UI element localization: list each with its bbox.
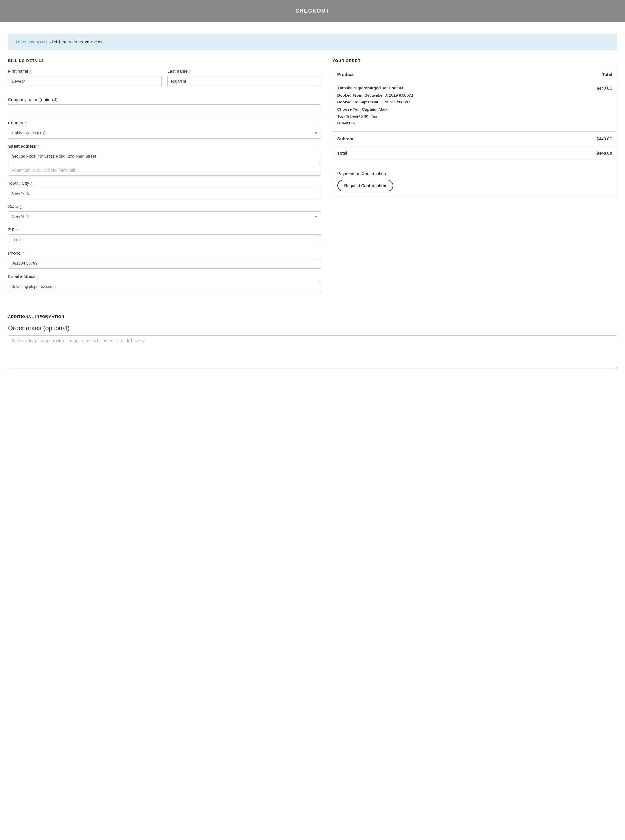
street-address2-input[interactable] bbox=[8, 165, 321, 176]
product-price-cell: $440.00 bbox=[552, 81, 617, 132]
total-label: Total bbox=[333, 146, 552, 161]
billing-title: BILLING DETAILS bbox=[8, 59, 321, 63]
country-label: Country * bbox=[8, 120, 321, 125]
page-title: CHECKOUT bbox=[0, 8, 625, 14]
zip-input[interactable] bbox=[8, 234, 321, 245]
state-group: State * New York bbox=[8, 204, 321, 222]
total-value: $440.00 bbox=[552, 146, 617, 161]
phone-group: Phone * bbox=[8, 251, 321, 269]
state-required: * bbox=[20, 205, 21, 209]
last-name-group: Last name * bbox=[168, 69, 321, 87]
state-label: State * bbox=[8, 204, 321, 209]
coupon-banner: Have a coupon? Click here to enter your … bbox=[8, 34, 617, 50]
order-table: Product Total Yamaha Supercharged Jet Bo… bbox=[333, 67, 617, 161]
order-notes-textarea[interactable] bbox=[8, 335, 617, 370]
company-name-group: Company name (optional) bbox=[8, 97, 321, 115]
phone-required: * bbox=[22, 251, 24, 256]
zip-group: ZIP * bbox=[8, 227, 321, 245]
name-row: First name * Last name * bbox=[8, 69, 321, 92]
subtotal-value: $440.00 bbox=[552, 132, 617, 146]
town-group: Town / City * bbox=[8, 181, 321, 199]
product-detail: Booked From: September 3, 2019 8:00 AM B… bbox=[337, 92, 548, 127]
main-content: BILLING DETAILS First name * Last name *… bbox=[0, 59, 625, 315]
billing-section: BILLING DETAILS First name * Last name *… bbox=[8, 59, 321, 297]
page-header: CHECKOUT bbox=[0, 0, 625, 22]
coupon-link[interactable]: Have a coupon? bbox=[16, 39, 47, 44]
product-name: Yamaha Supercharged Jet Boat ×1 bbox=[337, 86, 548, 90]
additional-title: ADDITIONAL INFORMATION bbox=[8, 315, 617, 319]
order-table-header: Product Total bbox=[333, 68, 617, 81]
product-col-header: Product bbox=[333, 68, 552, 81]
product-row: Yamaha Supercharged Jet Boat ×1 Booked F… bbox=[333, 81, 617, 132]
first-name-required: * bbox=[30, 69, 32, 73]
product-qty: ×1 bbox=[399, 86, 404, 90]
first-name-label: First name * bbox=[8, 69, 162, 73]
total-row: Total $440.00 bbox=[333, 146, 617, 161]
town-label: Town / City * bbox=[8, 181, 321, 185]
country-required: * bbox=[25, 121, 26, 125]
subtotal-label: Subtotal bbox=[333, 132, 552, 146]
country-group: Country * United States (US) bbox=[8, 120, 321, 139]
zip-required: * bbox=[16, 228, 18, 232]
product-details-cell: Yamaha Supercharged Jet Boat ×1 Booked F… bbox=[333, 81, 552, 132]
email-group: Email address * bbox=[8, 274, 321, 292]
email-input[interactable] bbox=[8, 281, 321, 292]
state-select[interactable]: New York bbox=[8, 211, 321, 222]
country-select[interactable]: United States (US) bbox=[8, 128, 321, 139]
subtotal-row: Subtotal $440.00 bbox=[333, 132, 617, 146]
order-title: YOUR ORDER bbox=[333, 59, 617, 63]
total-col-header: Total bbox=[552, 68, 617, 81]
coupon-text: Click here to enter your code bbox=[47, 39, 104, 44]
last-name-required: * bbox=[189, 69, 191, 73]
first-name-group: First name * bbox=[8, 69, 162, 87]
street-address-input[interactable] bbox=[8, 151, 321, 162]
street-address-label: Street address * bbox=[8, 144, 321, 148]
town-input[interactable] bbox=[8, 188, 321, 199]
email-label: Email address * bbox=[8, 274, 321, 279]
company-name-input[interactable] bbox=[8, 104, 321, 115]
phone-label: Phone * bbox=[8, 251, 321, 256]
first-name-input[interactable] bbox=[8, 76, 162, 87]
phone-input[interactable] bbox=[8, 258, 321, 269]
order-section: YOUR ORDER Product Total Yamaha Supercha… bbox=[333, 59, 617, 297]
last-name-label: Last name * bbox=[168, 69, 321, 73]
zip-label: ZIP * bbox=[8, 227, 321, 232]
email-required: * bbox=[37, 274, 39, 279]
request-confirmation-button[interactable]: Request Confirmation bbox=[337, 180, 393, 192]
town-required: * bbox=[31, 181, 33, 185]
company-name-label: Company name (optional) bbox=[8, 97, 321, 102]
street-address-group: Street address * bbox=[8, 144, 321, 176]
order-notes-group: Order notes (optional) bbox=[8, 324, 617, 370]
street-required: * bbox=[38, 144, 39, 148]
last-name-input[interactable] bbox=[168, 76, 321, 87]
payment-label: Payment on Confirmation bbox=[337, 171, 612, 176]
payment-box: Payment on Confirmation Request Confirma… bbox=[333, 165, 617, 198]
order-notes-label: Order notes (optional) bbox=[8, 324, 617, 332]
additional-section: ADDITIONAL INFORMATION Order notes (opti… bbox=[0, 315, 625, 392]
